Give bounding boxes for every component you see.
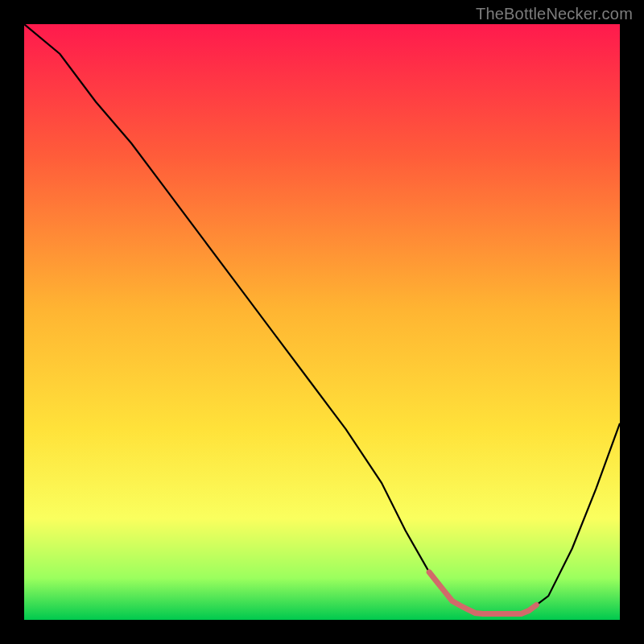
attribution-text: TheBottleNecker.com (476, 5, 633, 23)
chart-plot-area (24, 24, 620, 620)
bottleneck-chart (24, 24, 620, 620)
gradient-background (24, 24, 620, 620)
